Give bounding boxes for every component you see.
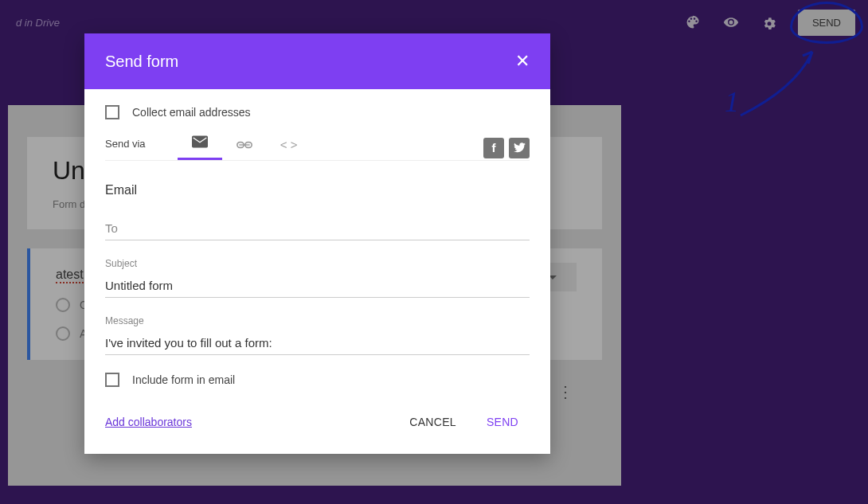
to-field[interactable] xyxy=(105,217,530,240)
close-icon[interactable]: ✕ xyxy=(515,51,530,72)
tab-embed[interactable]: < > xyxy=(267,138,311,158)
include-form-label: Include form in email xyxy=(132,373,235,386)
link-icon xyxy=(237,141,252,149)
twitter-icon[interactable] xyxy=(509,138,530,158)
dialog-title: Send form xyxy=(105,53,178,71)
svg-rect-0 xyxy=(192,136,208,148)
tab-email[interactable] xyxy=(178,135,222,160)
subject-label: Subject xyxy=(105,258,530,269)
mail-icon xyxy=(192,135,208,148)
collect-emails-checkbox[interactable] xyxy=(105,105,119,119)
subject-field[interactable] xyxy=(105,274,530,298)
facebook-icon[interactable]: f xyxy=(483,138,504,158)
cancel-button[interactable]: CANCEL xyxy=(398,409,467,435)
email-heading: Email xyxy=(105,183,530,197)
include-form-checkbox[interactable] xyxy=(105,373,119,387)
message-label: Message xyxy=(105,315,530,326)
send-form-dialog: Send form ✕ Collect email addresses Send… xyxy=(84,33,550,454)
code-icon: < > xyxy=(280,138,298,151)
add-collaborators-link[interactable]: Add collaborators xyxy=(105,416,192,428)
tab-link[interactable] xyxy=(222,138,267,158)
collect-emails-label: Collect email addresses xyxy=(132,106,251,119)
message-field[interactable] xyxy=(105,331,530,355)
send-via-label: Send via xyxy=(105,138,146,158)
send-button[interactable]: SEND xyxy=(475,409,530,435)
